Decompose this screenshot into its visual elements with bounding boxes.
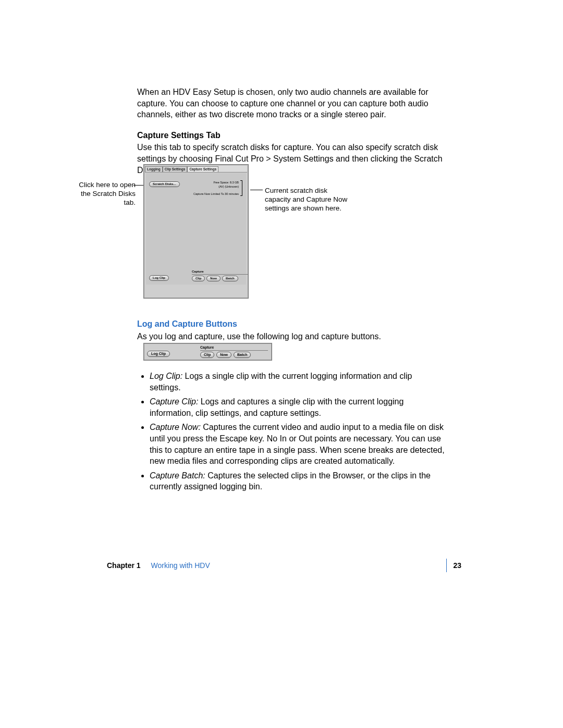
capture-batch-button[interactable]: Batch bbox=[222, 276, 238, 281]
bullet-label: Capture Now: bbox=[150, 423, 201, 431]
bar-clip-button[interactable]: Clip bbox=[200, 352, 214, 358]
log-and-capture-intro: As you log and capture, use the followin… bbox=[137, 331, 445, 342]
panel-body: Scratch Disks... Free Space: 8.3 GB (AV)… bbox=[146, 173, 246, 285]
bullet-label: Capture Batch: bbox=[150, 471, 205, 480]
capture-settings-heading: Capture Settings Tab bbox=[137, 130, 445, 141]
bullet-text: Logs a single clip with the current logg… bbox=[150, 372, 412, 392]
capture-settings-panel: Logging Clip Settings Capture Settings S… bbox=[143, 164, 249, 299]
list-item: Capture Batch: Captures the selected cli… bbox=[150, 470, 445, 492]
bar-batch-button[interactable]: Batch bbox=[234, 352, 251, 358]
footer-chapter: Chapter 1 bbox=[107, 561, 141, 570]
log-and-capture-heading: Log and Capture Buttons bbox=[137, 318, 445, 330]
scratch-disks-button[interactable]: Scratch Disks... bbox=[149, 181, 180, 187]
bullet-label: Capture Clip: bbox=[150, 397, 198, 406]
capture-bar-figure: Log Clip Capture Clip Now Batch bbox=[143, 343, 272, 361]
capture-now-button[interactable]: Now bbox=[206, 276, 221, 281]
info-bracket bbox=[240, 180, 242, 196]
callout-left: Click here to open the Scratch Disks tab… bbox=[73, 181, 136, 207]
tab-capture-settings[interactable]: Capture Settings bbox=[187, 166, 218, 172]
scratch-info: Free Space: 8.3 GB (AV) (Unknown) Captur… bbox=[187, 180, 239, 196]
callout-right: Current scratch disk capacity and Captur… bbox=[265, 187, 348, 213]
capture-now-limit-text: Capture Now Limited To 30 minutes bbox=[187, 192, 239, 196]
list-item: Capture Clip: Logs and captures a single… bbox=[150, 396, 445, 418]
capture-clip-button[interactable]: Clip bbox=[192, 276, 205, 281]
intro-paragraph: When an HDV Easy Setup is chosen, only t… bbox=[137, 87, 445, 120]
list-item: Capture Now: Captures the current video … bbox=[150, 422, 445, 466]
footer-divider bbox=[446, 559, 447, 572]
footer-page-number: 23 bbox=[453, 561, 461, 571]
bullet-label: Log Clip: bbox=[150, 372, 182, 380]
bar-capture-label: Capture bbox=[200, 345, 268, 351]
free-space-text: Free Space: 8.3 GB bbox=[187, 180, 239, 184]
capture-section-label: Capture bbox=[192, 269, 248, 275]
bar-now-button[interactable]: Now bbox=[216, 352, 231, 358]
capture-buttons-list: Log Clip: Logs a single clip with the cu… bbox=[137, 371, 445, 492]
tab-logging[interactable]: Logging bbox=[145, 166, 163, 172]
callout-right-line bbox=[250, 190, 263, 190]
bar-log-clip-button[interactable]: Log Clip bbox=[147, 351, 170, 357]
tab-clip-settings[interactable]: Clip Settings bbox=[163, 166, 188, 172]
page-footer: Chapter 1 Working with HDV 23 bbox=[107, 561, 461, 572]
footer-title: Working with HDV bbox=[151, 561, 210, 570]
capture-section: Capture Clip Now Batch bbox=[192, 269, 248, 281]
bar-capture-block: Capture Clip Now Batch bbox=[200, 345, 268, 358]
log-clip-button[interactable]: Log Clip bbox=[149, 275, 169, 281]
list-item: Log Clip: Logs a single clip with the cu… bbox=[150, 371, 445, 393]
av-unknown-text: (AV) (Unknown) bbox=[187, 184, 239, 189]
capture-settings-panel-figure: Logging Clip Settings Capture Settings S… bbox=[143, 164, 248, 298]
